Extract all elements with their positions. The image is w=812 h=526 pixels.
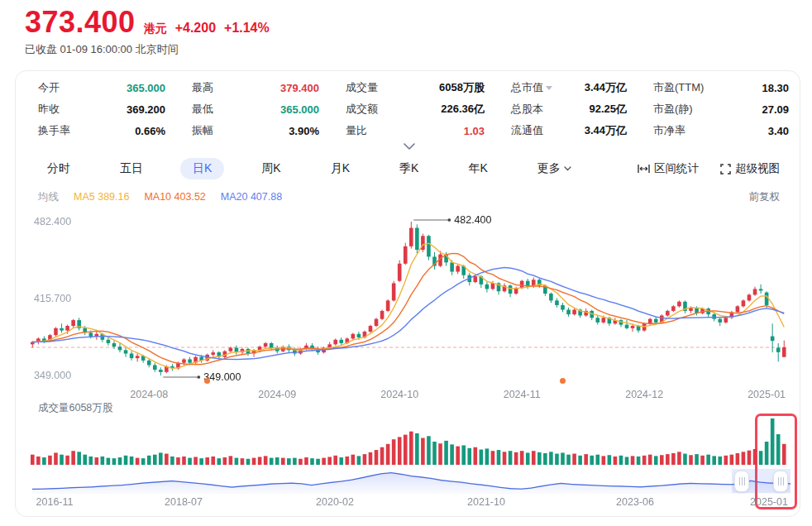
period-tabs: 分时 五日 日K 周K 月K 季K 年K 更多 区间统计 超级视图 xyxy=(41,156,780,181)
navigator-right-handle[interactable] xyxy=(773,471,788,492)
x-axis-dates: 2024-08 2024-09 2024-10 2024-11 2024-12 … xyxy=(16,389,800,402)
max-price-annotation: 482.400 xyxy=(454,214,491,226)
ma10-value: MA10 403.52 xyxy=(144,191,205,203)
y-axis-label-mid: 415.700 xyxy=(34,293,71,304)
super-view-button[interactable]: 超级视图 xyxy=(720,161,780,176)
navigator-left-handle[interactable] xyxy=(734,471,749,492)
x-tick: 2024-11 xyxy=(504,389,541,400)
navigator-dates: 2016-11 2018-07 2020-02 2021-10 2023-06 … xyxy=(16,496,801,509)
stat-amplitude: 振幅3.90% xyxy=(192,120,346,141)
stat-turnover-rate: 换手率0.66% xyxy=(38,120,192,141)
x-tick: 2024-12 xyxy=(625,389,663,400)
nav-tick: 2020-02 xyxy=(316,496,354,508)
adjust-mode-label[interactable]: 前复权 xyxy=(749,190,781,204)
ma5-value: MA5 389.16 xyxy=(74,191,129,203)
candlestick-chart: 482.400 415.700 349.000 482.400 349.000 xyxy=(16,208,800,388)
price-change-percent: +1.14% xyxy=(224,21,270,36)
range-statistics-button[interactable]: 区间统计 xyxy=(638,161,699,176)
nav-tick: 2023-06 xyxy=(616,496,654,508)
stat-low: 最低365.000 xyxy=(192,98,346,120)
navigator-canvas[interactable] xyxy=(32,469,791,494)
volume-canvas[interactable] xyxy=(16,404,800,468)
tab-more[interactable]: 更多 xyxy=(531,158,578,179)
tab-daily-k[interactable]: 日K xyxy=(180,158,224,179)
grip-icon xyxy=(742,477,743,485)
ma-title: 均线 xyxy=(38,190,59,204)
tab-weekly-k[interactable]: 周K xyxy=(255,158,287,179)
stat-pe-ttm: 市盈(TTM)18.30 xyxy=(653,77,789,98)
fullscreen-corners-icon xyxy=(720,164,731,175)
currency-label: 港元 xyxy=(144,22,167,36)
x-tick: 2025-01 xyxy=(748,389,786,400)
tab-monthly-k[interactable]: 月K xyxy=(324,158,356,179)
stat-prev-close: 昨收369.200 xyxy=(38,98,192,120)
nav-tick: 2016-11 xyxy=(36,496,74,508)
collapse-stats-button[interactable] xyxy=(398,141,421,152)
quote-header: 373.400 港元 +4.200 +1.14% 已收盘 01-09 16:00… xyxy=(25,5,270,57)
chevron-down-icon xyxy=(564,166,571,171)
tab-five-day[interactable]: 五日 xyxy=(113,158,150,179)
stat-volume-ratio: 量比1.03 xyxy=(346,120,511,141)
price-change: +4.200 xyxy=(175,21,216,36)
x-tick: 2024-08 xyxy=(130,389,168,400)
stat-total-shares: 总股本92.25亿 xyxy=(511,98,653,120)
stock-panel: 今开365.000 最高379.400 成交量6058万股 总市值3.44万亿 … xyxy=(15,70,800,517)
stats-grid: 今开365.000 最高379.400 成交量6058万股 总市值3.44万亿 … xyxy=(38,77,789,141)
nav-tick: 2025-01 xyxy=(750,496,788,508)
grip-icon xyxy=(781,477,781,485)
market-cap-dropdown-icon[interactable] xyxy=(546,86,552,90)
chevron-down-icon xyxy=(404,143,415,150)
stat-turnover-amount: 成交额226.36亿 xyxy=(346,98,511,120)
stat-float-cap: 流通值3.44万亿 xyxy=(511,120,653,141)
x-tick: 2024-09 xyxy=(258,389,296,400)
stat-volume: 成交量6058万股 xyxy=(346,77,511,98)
y-axis-label-low: 349.000 xyxy=(34,370,71,381)
kline-canvas[interactable] xyxy=(16,208,800,388)
stat-pe-static: 市盈(静)27.09 xyxy=(653,98,789,120)
x-tick: 2024-10 xyxy=(380,389,418,400)
tab-yearly-k[interactable]: 年K xyxy=(461,158,494,179)
stat-market-cap[interactable]: 总市值3.44万亿 xyxy=(511,77,653,98)
nav-tick: 2021-10 xyxy=(467,496,505,508)
range-arrows-icon xyxy=(638,164,650,174)
nav-tick: 2018-07 xyxy=(165,496,203,508)
ma-legend: 均线 MA5 389.16 MA10 403.52 MA20 407.88 前复… xyxy=(38,189,780,204)
y-axis-label-high: 482.400 xyxy=(34,216,71,227)
ma20-value: MA20 407.88 xyxy=(221,191,282,203)
stat-open: 今开365.000 xyxy=(38,77,192,98)
current-price: 373.400 xyxy=(25,5,136,40)
tab-minute[interactable]: 分时 xyxy=(41,158,77,179)
tab-quarterly-k[interactable]: 季K xyxy=(393,158,425,179)
market-status-line: 已收盘 01-09 16:00:00 北京时间 xyxy=(25,42,270,57)
stat-pb-ratio: 市净率3.40 xyxy=(653,120,789,141)
stat-high: 最高379.400 xyxy=(192,77,346,98)
